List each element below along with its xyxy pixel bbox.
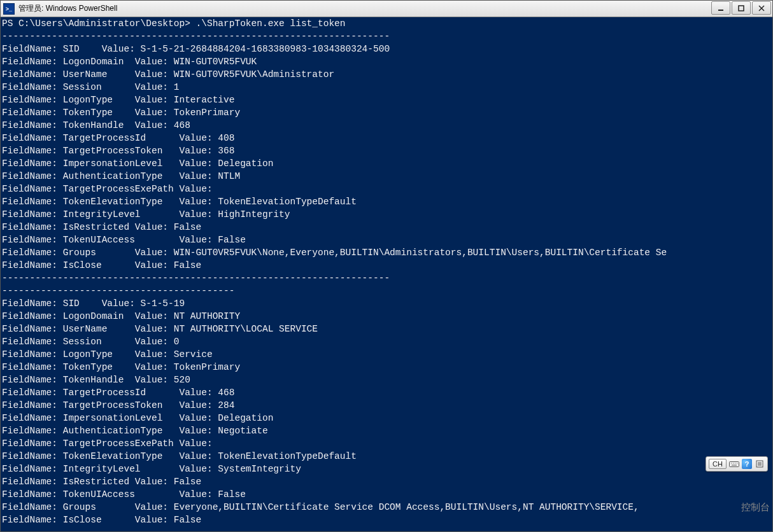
close-button[interactable] [752, 1, 771, 15]
terminal-line: ----------------------------------------… [2, 272, 771, 284]
maximize-button[interactable] [732, 1, 751, 15]
terminal-line: FieldName: TargetProcessToken Value: 368 [2, 144, 771, 157]
terminal-line: FieldName: Groups Value: Everyone,BUILTI… [2, 501, 771, 514]
terminal-line: FieldName: SID Value: S-1-5-21-268488420… [2, 43, 771, 55]
ime-mode-indicator[interactable]: CH [709, 459, 727, 469]
terminal-line: FieldName: TargetProcessId Value: 408 [2, 132, 771, 144]
powershell-window: >_ 管理员: Windows PowerShell PS C:\Users\A… [0, 0, 773, 532]
terminal-line: FieldName: LogonType Value: Service [2, 348, 771, 361]
terminal-line: FieldName: IsClose Value: False [2, 259, 771, 272]
terminal-line: FieldName: IsRestricted Value: False [2, 475, 771, 488]
terminal-line: FieldName: Session Value: 1 [2, 81, 771, 94]
window-controls [711, 1, 772, 17]
truncated-text: 控制台 [741, 501, 770, 514]
keyboard-icon[interactable] [729, 459, 739, 469]
terminal-line: FieldName: TargetProcessId Value: 468 [2, 386, 771, 399]
terminal-line: FieldName: AuthenticationType Value: Neg… [2, 424, 771, 437]
terminal-line: FieldName: TokenHandle Value: 520 [2, 374, 771, 386]
terminal-line: FieldName: ImpersonationLevel Value: Del… [2, 157, 771, 170]
terminal-line: FieldName: TokenElevationType Value: Tok… [2, 195, 771, 208]
terminal-line: FieldName: TokenType Value: TokenPrimary [2, 106, 771, 119]
terminal-line: FieldName: TargetProcessExePath Value: [2, 183, 771, 195]
titlebar[interactable]: >_ 管理员: Windows PowerShell [1, 1, 772, 17]
terminal-line: FieldName: AuthenticationType Value: NTL… [2, 170, 771, 183]
terminal-line: FieldName: LogonDomain Value: NT AUTHORI… [2, 310, 771, 323]
svg-rect-1 [739, 6, 744, 11]
terminal-line: FieldName: LogonDomain Value: WIN-GUT0VR… [2, 55, 771, 68]
terminal-line: FieldName: Session Value: 0 [2, 335, 771, 348]
terminal-line: FieldName: IntegrityLevel Value: HighInt… [2, 208, 771, 221]
terminal-line: FieldName: IntegrityLevel Value: SystemI… [2, 463, 771, 475]
svg-rect-4 [730, 462, 739, 467]
terminal-line: FieldName: Groups Value: WIN-GUT0VR5FVUK… [2, 246, 771, 259]
powershell-icon: >_ [3, 3, 15, 15]
terminal-line: FieldName: UserName Value: WIN-GUT0VR5FV… [2, 68, 771, 81]
minimize-button[interactable] [711, 1, 730, 15]
terminal-line: FieldName: LogonType Value: Interactive [2, 94, 771, 106]
terminal-line: FieldName: TargetProcessToken Value: 284 [2, 399, 771, 412]
terminal-line: FieldName: ImpersonationLevel Value: Del… [2, 412, 771, 424]
terminal-line: ----------------------------------------… [2, 284, 771, 297]
terminal-line: FieldName: UserName Value: NT AUTHORITY\… [2, 323, 771, 335]
terminal-line: PS C:\Users\Administrator\Desktop> .\Sha… [2, 17, 771, 30]
terminal-line: FieldName: TokenElevationType Value: Tok… [2, 450, 771, 463]
help-icon[interactable]: ? [742, 459, 752, 469]
terminal-line: ----------------------------------------… [2, 30, 771, 43]
terminal-line: FieldName: IsClose Value: False [2, 514, 771, 526]
ime-language-bar[interactable]: CH ? [706, 456, 768, 472]
window-title: 管理员: Windows PowerShell [17, 3, 117, 14]
terminal-line: FieldName: TokenHandle Value: 468 [2, 119, 771, 132]
options-icon[interactable] [755, 459, 765, 469]
terminal-line: FieldName: TargetProcessExePath Value: [2, 437, 771, 450]
terminal-line: FieldName: TokenType Value: TokenPrimary [2, 361, 771, 374]
terminal-line: FieldName: IsRestricted Value: False [2, 221, 771, 234]
terminal-line: FieldName: SID Value: S-1-5-19 [2, 297, 771, 310]
terminal-line: FieldName: TokenUIAccess Value: False [2, 234, 771, 246]
terminal-line: FieldName: TokenUIAccess Value: False [2, 488, 771, 501]
terminal-output[interactable]: PS C:\Users\Administrator\Desktop> .\Sha… [1, 17, 772, 531]
